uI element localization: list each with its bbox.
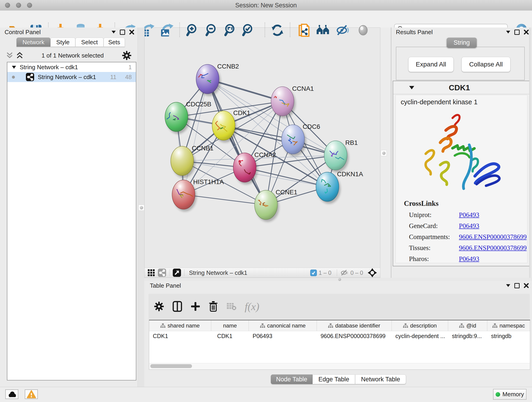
panel-menu-button[interactable] [506, 284, 510, 287]
fit-content-crosshair-button[interactable] [368, 268, 377, 277]
tab-node-table[interactable]: Node Table [271, 375, 312, 384]
node-label-HIST1H1A: HIST1H1A [193, 178, 224, 185]
delete-table-icon [226, 302, 236, 311]
panel-float-button[interactable] [514, 283, 520, 288]
gene-name: CDK1 [414, 83, 505, 92]
left-splitter[interactable] [138, 27, 145, 387]
tab-network[interactable]: Network [17, 38, 51, 47]
column-header-database-identifier[interactable]: database identifier [317, 320, 392, 331]
tab-string[interactable]: String [447, 38, 477, 48]
panel-float-button[interactable] [120, 30, 125, 35]
network-node-RB1[interactable]: RB1 [324, 139, 358, 170]
column-header-namespace[interactable]: namespac [487, 320, 530, 331]
trash-icon [209, 301, 218, 312]
float-window-icon [514, 283, 520, 288]
node-label-CDKN1A: CDKN1A [337, 171, 363, 178]
hierarchy-icon [260, 323, 265, 328]
panel-close-button[interactable] [524, 283, 529, 288]
hidden-eye-slash-icon[interactable] [340, 269, 348, 276]
node-label-CCNA2: CCNA2 [254, 151, 276, 158]
scrollbar-thumb[interactable] [150, 364, 192, 368]
right-splitter[interactable] [380, 27, 391, 278]
table-toolbar: f(x) [148, 294, 530, 319]
control-panel: Control Panel Network Style Select Sets … [0, 27, 138, 387]
memory-button[interactable]: Memory [493, 389, 526, 400]
network-node-HIST1H1A[interactable]: HIST1H1A [172, 178, 224, 209]
collapse-all-networks-button[interactable] [6, 52, 13, 59]
collection-count: 1 [128, 64, 132, 71]
panel-menu-button[interactable] [506, 31, 510, 33]
left-splitter-handle[interactable] [138, 205, 144, 211]
horizontal-splitter-handle[interactable] [338, 278, 341, 281]
horizontal-splitter[interactable] [144, 278, 532, 281]
network-collection-row[interactable]: String Network – cdk1 1 [7, 62, 136, 72]
tree-expand-icon[interactable] [12, 66, 16, 69]
delete-column-button[interactable] [209, 301, 218, 312]
tab-network-table[interactable]: Network Table [355, 375, 406, 384]
open-in-new-window-button[interactable] [173, 269, 181, 277]
horizontal-scrollbar[interactable] [149, 363, 530, 369]
column-header-id[interactable]: @id [448, 320, 487, 331]
toolbar-separator [169, 269, 170, 276]
panel-close-button[interactable] [129, 30, 134, 35]
selected-counts: 1 – 0 [319, 269, 331, 276]
warnings-button[interactable] [25, 389, 38, 399]
network-options-button[interactable] [122, 51, 132, 60]
function-builder-button[interactable]: f(x) [245, 300, 259, 313]
string-controls-box: Expand All Collapse All [396, 47, 525, 80]
column-header-shared-name[interactable]: shared name [149, 320, 211, 331]
delete-table-button[interactable] [226, 302, 236, 311]
node-label-CCNB2: CCNB2 [217, 63, 239, 70]
toolbar-separator [337, 269, 337, 276]
hierarchy-icon [403, 323, 408, 328]
crosslink-label: Tissues: [409, 244, 459, 252]
table-options-button[interactable] [154, 301, 164, 312]
column-header-canonical-name[interactable]: canonical name [249, 320, 317, 331]
gene-header[interactable]: CDK1 [393, 81, 530, 94]
birds-eye-view-button[interactable] [148, 269, 155, 276]
memory-status-icon [496, 392, 500, 397]
crosslink-label: Pharos: [409, 255, 459, 263]
panel-float-button[interactable] [514, 30, 520, 35]
crosslink-label: Uniprot: [409, 211, 459, 219]
network-node-CDK1[interactable]: CDK1 [212, 109, 250, 140]
column-header-description[interactable]: description [392, 320, 448, 331]
hierarchy-icon [160, 323, 165, 328]
hierarchy-icon [492, 323, 497, 328]
node-label-CCNB1: CCNB1 [192, 145, 214, 152]
panel-menu-button[interactable] [112, 31, 116, 33]
network-label: String Network – cdk1 [38, 74, 110, 81]
pharos-link[interactable]: P06493 [459, 255, 479, 263]
tissues-link[interactable]: 9606.ENSP00000378699 [459, 244, 527, 252]
panel-close-button[interactable] [524, 30, 529, 35]
tab-select[interactable]: Select [75, 38, 104, 47]
window-title: Session: New Session [0, 2, 532, 9]
collapse-section-icon[interactable] [409, 86, 414, 89]
network-row-selected[interactable]: String Network – cdk1 11 48 [7, 72, 136, 82]
tab-sets[interactable]: Sets [104, 38, 125, 47]
tab-style[interactable]: Style [51, 38, 75, 47]
table-row[interactable]: CDK1 CDK1 P06493 9606.ENSP00000378699 cy… [149, 331, 530, 341]
cloud-status-button[interactable] [5, 389, 18, 399]
close-icon [129, 30, 134, 35]
show-columns-button[interactable] [172, 301, 182, 312]
node-label-RB1: RB1 [345, 139, 358, 146]
expand-all-networks-button[interactable] [16, 52, 23, 59]
genecard-link[interactable]: P06493 [459, 222, 479, 230]
edge-count: 48 [125, 74, 132, 81]
tab-edge-table[interactable]: Edge Table [312, 375, 355, 384]
uniprot-link[interactable]: P06493 [459, 211, 479, 219]
network-canvas[interactable]: CCNB2CCNA1CDC25BCDK1CDC6RB1CCNB1CCNA2CDK… [145, 27, 380, 268]
compartments-link[interactable]: 9606.ENSP00000378699 [459, 233, 527, 241]
expand-all-button[interactable]: Expand All [408, 57, 454, 72]
node-label-CCNE1: CCNE1 [276, 189, 298, 196]
network-inactive-icon[interactable] [158, 269, 166, 277]
selected-checkbox[interactable] [310, 269, 317, 276]
protein-structure-image [416, 109, 507, 198]
add-column-button[interactable] [191, 302, 200, 311]
hierarchy-icon [328, 323, 333, 328]
node-label-CDC6: CDC6 [303, 123, 320, 130]
collapse-all-button[interactable]: Collapse All [462, 57, 510, 72]
column-header-name[interactable]: name [211, 320, 249, 331]
right-splitter-handle[interactable] [381, 150, 387, 156]
